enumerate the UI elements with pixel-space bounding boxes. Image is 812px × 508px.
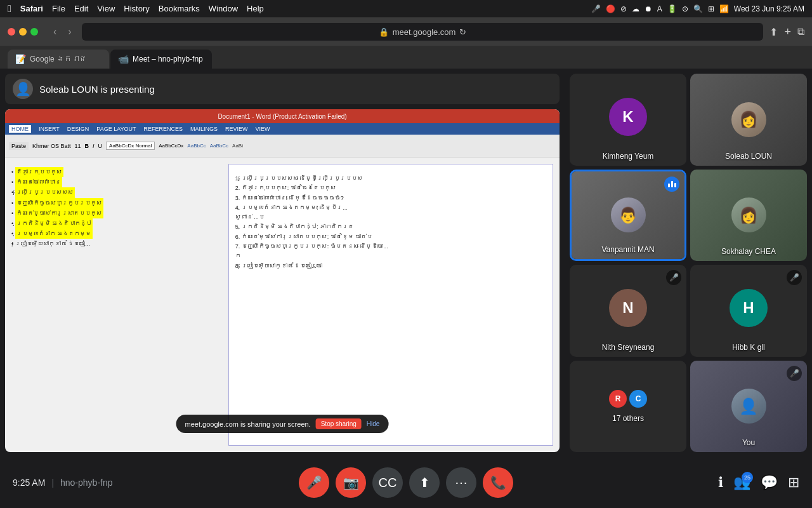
mic-off-icon: 🎤 (306, 475, 322, 490)
word-title-text: Document1 - Word (Product Activation Fai… (218, 113, 346, 120)
end-call-button[interactable]: 📞 (483, 467, 513, 498)
back-button[interactable]: ‹ (49, 25, 60, 39)
forward-button[interactable]: › (64, 25, 75, 39)
minimize-button[interactable] (19, 28, 27, 36)
menu-battery-icon: 🔋 (667, 4, 677, 13)
main-area: 👤 Soleab LOUN is presenting Document1 - … (0, 69, 812, 457)
menu-mic-icon: 🎤 (591, 4, 601, 13)
meeting-code: hno-phyb-fnp (60, 478, 113, 488)
activities-button[interactable]: ⊞ (788, 474, 799, 491)
participant-tile-vanpannit[interactable]: 👨 Vanpannit MAN (570, 170, 686, 262)
sidebar-icon[interactable]: ⧉ (797, 26, 804, 37)
style-heading1[interactable]: AaBbCc (187, 143, 206, 149)
ribbon-view[interactable]: VIEW (256, 126, 270, 132)
menu-bar:  Safari File Edit View History Bookmark… (0, 0, 812, 18)
close-button[interactable] (8, 28, 15, 36)
stop-sharing-button[interactable]: Stop sharing (316, 418, 362, 429)
menu-edit[interactable]: Edit (74, 4, 88, 13)
toolbar-bold[interactable]: B (85, 143, 89, 149)
participant-tile-sokhalay[interactable]: 👩 Sokhalay CHEA (690, 170, 807, 262)
speaking-indicator (664, 177, 679, 192)
style-heading2[interactable]: AaBbCc (210, 143, 228, 149)
maximize-button[interactable] (30, 28, 38, 36)
numbered-item-1: 1. ប្រើប្រប្របស​​ស​ស​ ដើម្បីប្រើប្រប្របស… (235, 174, 546, 184)
menu-help[interactable]: Help (247, 4, 264, 13)
ribbon-insert[interactable]: INSERT (39, 126, 60, 132)
ribbon-review[interactable]: REVIEW (225, 126, 248, 132)
menu-view[interactable]: View (97, 4, 115, 13)
word-right-numbered: 1. ប្រើប្រប្របស​​ស​ស​ ដើម្បីប្រើប្រប្របស… (228, 164, 553, 446)
new-tab-icon[interactable]: + (784, 25, 791, 39)
bar2 (671, 181, 673, 187)
present-button[interactable]: ⬆ (409, 467, 440, 498)
style-normal[interactable]: AaBbCcDx Normal (106, 142, 155, 150)
participant-tile-nith[interactable]: 🎤 N Nith Sreyneang (570, 265, 686, 357)
toolbar-underline[interactable]: U (98, 143, 103, 149)
tab-google-docs[interactable]: 📝 Google ឯករាជ (8, 50, 109, 69)
ribbon-references[interactable]: REFERENCES (144, 126, 183, 132)
share-icon[interactable]: ⬆ (769, 26, 778, 38)
traffic-lights (8, 28, 38, 36)
nith-name: Nith Sreyneang (602, 343, 655, 352)
you-mic-slash-icon: 🎤 (790, 369, 799, 378)
style-nospace[interactable]: AaBbCcDx (159, 143, 183, 149)
participant-tile-soleab[interactable]: 👩 Soleab LOUN (690, 74, 807, 166)
hide-button[interactable]: Hide (367, 420, 380, 427)
camera-button[interactable]: 📷 (336, 467, 366, 498)
mute-button[interactable]: 🎤 (299, 467, 329, 498)
menu-safari[interactable]: Safari (20, 4, 43, 13)
menu-window[interactable]: Window (209, 4, 238, 13)
speaking-bars (668, 181, 676, 187)
participant-tile-you[interactable]: 🎤 👤 You (690, 361, 807, 453)
soleab-name: Soleab LOUN (725, 152, 772, 161)
address-bar[interactable]: 🔒 meet.google.com ↻ (82, 23, 764, 41)
captions-button[interactable]: CC (372, 467, 403, 498)
style-title[interactable]: AaBi (232, 143, 243, 149)
nav-buttons: ‹ › (49, 25, 75, 39)
others-avatar-r: R (609, 390, 627, 408)
apple-icon[interactable]:  (8, 3, 11, 15)
word-ribbon: HOME INSERT DESIGN PAGE LAYOUT REFERENCE… (5, 123, 560, 135)
menu-history[interactable]: History (124, 4, 149, 13)
menu-search-icon[interactable]: 🔍 (693, 4, 703, 13)
captions-icon: CC (379, 476, 397, 490)
participant-tile-kimheng[interactable]: K Kimheng Yeum (570, 74, 686, 166)
hibb-name: Hibb K gll (732, 343, 764, 352)
sharing-banner: meet.google.com is sharing your screen. … (176, 415, 389, 433)
ribbon-mailings[interactable]: MAILINGS (190, 126, 218, 132)
menu-file[interactable]: File (52, 4, 65, 13)
refresh-icon[interactable]: ↻ (459, 27, 466, 37)
activities-icon: ⊞ (788, 474, 799, 491)
numbered-item-8: 8. ប្រៀបមើ្យសាក្ខាត ដែបចៀ...ចោ (235, 262, 546, 271)
more-options-button[interactable]: ⋯ (446, 467, 476, 498)
menu-control-center[interactable]: ⊞ (708, 4, 714, 13)
you-avatar: 👤 (731, 389, 766, 424)
vanpannit-name: Vanpannit MAN (601, 245, 654, 254)
ribbon-page-layout[interactable]: PAGE LAYOUT (96, 126, 136, 132)
participants-button[interactable]: 25 👥 (733, 474, 750, 491)
presenter-header: 👤 Soleab LOUN is presenting (5, 74, 560, 104)
bullet-item-5: • កំណត់ម្ចាស់ការ​ស្រាតបបក្ស (11, 208, 216, 218)
browser-toolbar: ‹ › 🔒 meet.google.com ↻ ⬆ + ⧉ (0, 18, 812, 46)
bullet-item-8: • ប្រៀបមើ្យសាក្ខាត ដែបចៀ... (11, 239, 216, 249)
chat-button[interactable]: 💬 (761, 474, 778, 491)
menu-icon1: ⊘ (620, 4, 627, 13)
participant-tile-hibb[interactable]: 🎤 H Hibb K gll (690, 265, 807, 357)
ribbon-design[interactable]: DESIGN (67, 126, 89, 132)
toolbar-font: Khmer OS Batt (32, 143, 71, 149)
participant-tile-others[interactable]: R C 17 others (570, 361, 686, 453)
nith-avatar: N (609, 289, 647, 327)
ribbon-home[interactable]: HOME (9, 125, 31, 133)
tab-meet-label: Meet – hno-phyb-fnp (133, 55, 203, 64)
toolbar-italic[interactable]: I (93, 143, 95, 149)
menu-bookmarks[interactable]: Bookmarks (159, 4, 200, 13)
bullet-item-2: • កំណត់ចោលលំហាន (11, 177, 216, 187)
kimheng-name: Kimheng Yeum (603, 152, 654, 161)
toolbar-paste[interactable]: Paste (9, 142, 29, 150)
tab-meet[interactable]: 📹 Meet – hno-phyb-fnp (110, 50, 212, 69)
menu-cloud-icon: ☁ (632, 4, 639, 13)
info-button[interactable]: ℹ (718, 474, 723, 491)
meeting-info: 9:25 AM | hno-phyb-fnp (13, 478, 113, 488)
you-mic-muted-icon: 🎤 (787, 366, 802, 381)
presenter-name-text: Soleab LOUN is presenting (39, 84, 155, 95)
